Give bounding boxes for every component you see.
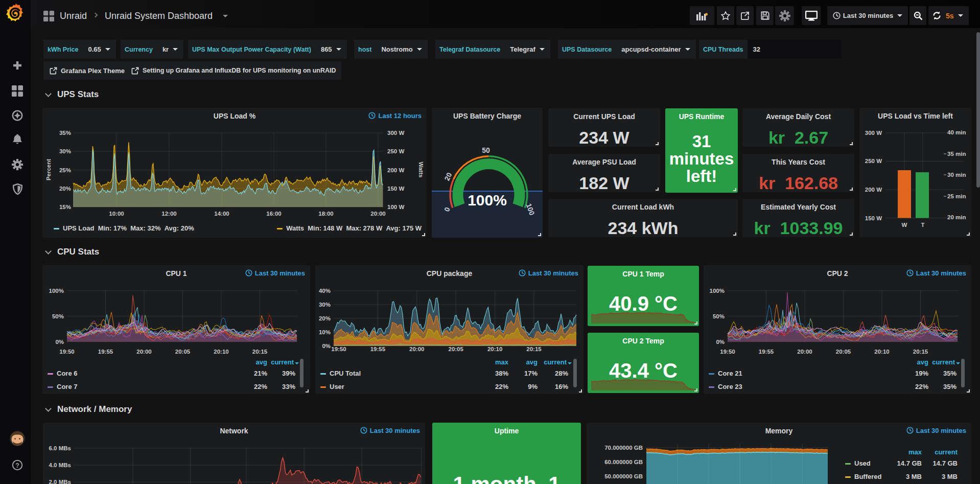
- svg-text:4.0 MBs: 4.0 MBs: [49, 462, 71, 468]
- svg-text:19:55: 19:55: [370, 346, 386, 352]
- svg-text:20:15: 20:15: [252, 349, 268, 355]
- svg-text:20:05: 20:05: [175, 349, 191, 355]
- svg-text:0%: 0%: [55, 339, 64, 345]
- svg-text:250 W: 250 W: [865, 158, 882, 164]
- svg-text:20 min: 20 min: [947, 214, 966, 220]
- svg-text:19:50: 19:50: [331, 346, 346, 352]
- svg-text:250 W: 250 W: [387, 148, 404, 154]
- svg-text:20:00: 20:00: [409, 346, 424, 352]
- svg-text:70.000000 GB: 70.000000 GB: [604, 445, 643, 451]
- svg-text:18:00: 18:00: [318, 211, 333, 217]
- svg-text:40%: 40%: [319, 288, 331, 294]
- svg-text:100%: 100%: [49, 288, 64, 294]
- svg-text:19:55: 19:55: [759, 349, 774, 355]
- svg-text:?: ?: [15, 462, 19, 469]
- svg-text:20%: 20%: [59, 186, 71, 192]
- svg-text:19:50: 19:50: [59, 349, 74, 355]
- svg-text:300 W: 300 W: [865, 130, 882, 136]
- svg-text:10:00: 10:00: [109, 211, 124, 217]
- svg-text:Watts: Watts: [418, 162, 424, 178]
- svg-text:20:15: 20:15: [913, 349, 928, 355]
- svg-text:200 W: 200 W: [865, 187, 882, 193]
- svg-text:10%: 10%: [319, 329, 331, 335]
- svg-text:20%: 20%: [319, 315, 331, 321]
- svg-text:20:10: 20:10: [214, 349, 228, 355]
- svg-text:60.000000 GB: 60.000000 GB: [604, 459, 643, 465]
- svg-text:300 W: 300 W: [387, 130, 404, 136]
- svg-text:25 min: 25 min: [947, 193, 966, 199]
- svg-text:30%: 30%: [319, 302, 331, 308]
- svg-text:150 W: 150 W: [387, 186, 404, 192]
- svg-text:0%: 0%: [322, 343, 331, 349]
- svg-text:150 W: 150 W: [865, 215, 882, 221]
- svg-text:14:00: 14:00: [214, 211, 229, 217]
- svg-text:20:00: 20:00: [136, 349, 151, 355]
- svg-text:50%: 50%: [713, 313, 725, 319]
- svg-text:30%: 30%: [59, 148, 71, 154]
- svg-text:100%: 100%: [710, 288, 725, 294]
- svg-text:40 min: 40 min: [947, 129, 966, 135]
- svg-text:6.0 MBs: 6.0 MBs: [49, 445, 71, 451]
- svg-text:20:00: 20:00: [370, 211, 385, 217]
- svg-text:20:00: 20:00: [797, 349, 812, 355]
- svg-text:20: 20: [442, 171, 453, 182]
- svg-text:Percent: Percent: [45, 159, 52, 180]
- svg-text:19:55: 19:55: [98, 349, 113, 355]
- svg-text:50.000000 GB: 50.000000 GB: [604, 473, 643, 479]
- svg-text:30 min: 30 min: [947, 172, 966, 178]
- svg-text:20:05: 20:05: [448, 346, 463, 352]
- svg-text:100 W: 100 W: [387, 204, 404, 210]
- svg-text:20:10: 20:10: [874, 349, 889, 355]
- svg-text:35%: 35%: [59, 130, 71, 136]
- svg-text:15%: 15%: [59, 204, 71, 210]
- svg-text:20:15: 20:15: [526, 346, 542, 352]
- svg-text:20:05: 20:05: [836, 349, 851, 355]
- svg-text:W: W: [902, 222, 907, 228]
- svg-text:2.0 MBs: 2.0 MBs: [49, 479, 71, 484]
- svg-text:19:50: 19:50: [720, 349, 735, 355]
- svg-text:50: 50: [482, 146, 490, 154]
- svg-text:50%: 50%: [52, 313, 64, 319]
- svg-text:25%: 25%: [59, 167, 71, 173]
- svg-text:200 W: 200 W: [387, 167, 404, 173]
- svg-text:T: T: [921, 222, 924, 228]
- svg-text:20:10: 20:10: [487, 346, 502, 352]
- svg-text:0%: 0%: [716, 339, 725, 345]
- svg-text:12:00: 12:00: [161, 211, 176, 217]
- svg-text:35 min: 35 min: [947, 151, 966, 157]
- svg-text:16:00: 16:00: [266, 211, 281, 217]
